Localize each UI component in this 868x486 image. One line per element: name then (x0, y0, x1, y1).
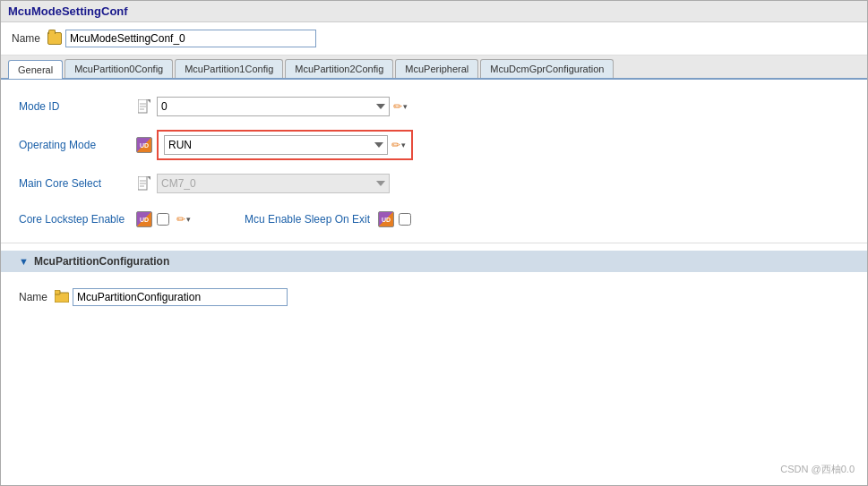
name-label: Name (12, 32, 40, 45)
mode-id-label: Mode ID (19, 100, 135, 113)
content-area: Mode ID 0 ✏ ▾ Operating Mode (1, 80, 867, 329)
svg-marker-1 (147, 99, 150, 103)
operating-mode-label: Operating Mode (19, 139, 135, 151)
operating-mode-select[interactable]: RUN (164, 135, 388, 155)
main-core-select-label: Main Core Select (19, 177, 135, 190)
mode-id-row: Mode ID 0 ✏ ▾ (19, 94, 849, 119)
ud-icon-3: UD (378, 211, 394, 227)
mcu-enable-sleep-group: Mcu Enable Sleep On Exit UD (245, 210, 417, 228)
sub-name-label: Name (19, 291, 47, 303)
sub-name-input[interactable] (73, 288, 288, 306)
core-lockstep-label: Core Lockstep Enable (19, 213, 135, 226)
mode-id-doc-icon (135, 98, 153, 115)
pencil-icon: ✏ (393, 100, 402, 113)
main-core-doc-icon (135, 175, 153, 192)
main-core-select-row: Main Core Select CM7_0 (19, 171, 849, 196)
mode-id-dropdown-arrow[interactable]: ▾ (403, 102, 408, 111)
section-title: McuPartitionConfiguration (34, 255, 169, 268)
tab-general[interactable]: General (8, 60, 63, 79)
operating-mode-highlight: RUN ✏ ▾ (157, 130, 413, 160)
mcu-enable-sleep-checkbox[interactable] (399, 213, 411, 226)
tab-peripheral[interactable]: McuPeripheral (395, 59, 478, 78)
mode-id-select[interactable]: 0 (157, 97, 390, 116)
operating-mode-dropdown-arrow[interactable]: ▾ (401, 141, 406, 149)
sub-name-row: Name (19, 288, 849, 306)
divider (1, 243, 867, 243)
tab-partition2[interactable]: McuPartition2Config (285, 59, 393, 78)
title-bar: McuModeSettingConf (1, 1, 867, 22)
mcu-enable-ud-icon: UD (377, 210, 395, 228)
name-row: Name (1, 22, 867, 55)
tabs-bar: General McuPartition0Config McuPartition… (1, 55, 867, 80)
main-core-select[interactable]: CM7_0 (157, 174, 390, 193)
pencil-icon-2: ✏ (391, 139, 400, 151)
core-lockstep-edit-btn[interactable]: ✏ ▾ (176, 213, 191, 226)
mcu-enable-sleep-label: Mcu Enable Sleep On Exit (245, 213, 370, 226)
folder-icon (47, 32, 62, 45)
core-lockstep-checkbox[interactable] (157, 213, 169, 226)
pencil-icon-3: ✏ (176, 213, 185, 226)
operating-mode-ud-icon: UD (135, 136, 153, 154)
ud-icon-2: UD (136, 211, 152, 227)
svg-marker-6 (147, 176, 150, 180)
sub-folder-icon (55, 290, 69, 305)
window-title: McuModeSettingConf (8, 4, 128, 18)
core-lockstep-dropdown-arrow[interactable]: ▾ (186, 215, 191, 224)
collapse-icon[interactable]: ▼ (19, 256, 29, 267)
watermark: CSDN @西柚0.0 (780, 463, 855, 476)
tab-partition0[interactable]: McuPartition0Config (64, 59, 173, 78)
tab-dcmgpr[interactable]: McuDcmGprConfiguration (480, 59, 614, 78)
mode-id-edit-btn[interactable]: ✏ ▾ (393, 100, 408, 113)
core-lockstep-ud-icon: UD (135, 210, 153, 228)
main-window: McuModeSettingConf Name General McuParti… (0, 0, 868, 486)
core-lockstep-row: Core Lockstep Enable UD ✏ ▾ Mcu Enable S… (19, 207, 849, 232)
svg-rect-11 (55, 290, 60, 294)
section-header: ▼ McuPartitionConfiguration (1, 251, 867, 272)
sub-section: Name (19, 279, 849, 315)
tab-partition1[interactable]: McuPartition1Config (175, 59, 283, 78)
operating-mode-edit-btn[interactable]: ✏ ▾ (391, 139, 406, 151)
name-input[interactable] (65, 30, 316, 47)
operating-mode-row: Operating Mode UD RUN ✏ ▾ (19, 130, 849, 160)
ud-icon: UD (136, 137, 152, 153)
